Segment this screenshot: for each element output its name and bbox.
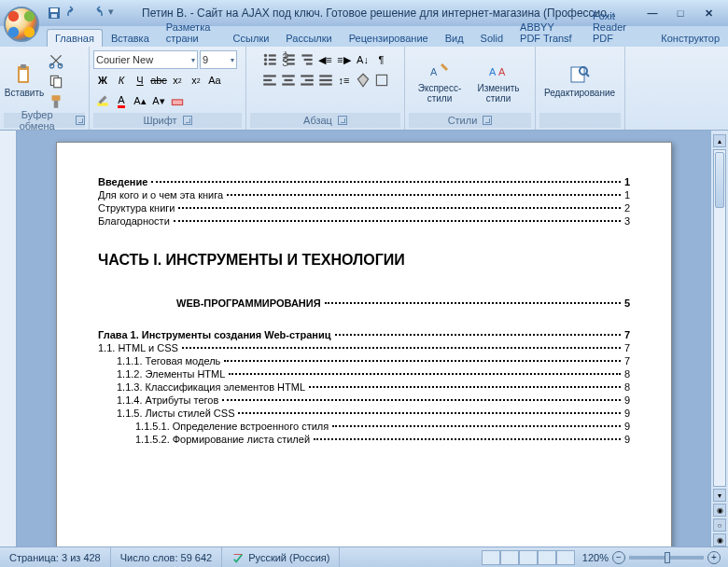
align-left-button[interactable] xyxy=(260,71,279,90)
svg-rect-33 xyxy=(263,75,276,76)
tab-рассылки[interactable]: Рассылки xyxy=(277,29,340,47)
multilevel-button[interactable] xyxy=(298,50,316,69)
tab-abbyy-pdf-transf[interactable]: ABBYY PDF Transf xyxy=(511,18,584,47)
quick-access-toolbar: ▾ xyxy=(47,6,116,21)
show-marks-button[interactable]: ¶ xyxy=(372,50,391,69)
page-indicator[interactable]: Страница: 3 из 428 xyxy=(0,547,111,567)
bullets-button[interactable] xyxy=(260,50,279,69)
subscript-button[interactable]: x2 xyxy=(168,71,187,90)
align-right-button[interactable] xyxy=(298,71,316,90)
line-spacing-button[interactable]: ↕≡ xyxy=(335,71,354,90)
toc-line[interactable]: Структура книги2 xyxy=(98,202,630,214)
zoom-handle[interactable] xyxy=(665,552,670,563)
font-size-combo[interactable]: 9▾ xyxy=(200,50,237,69)
tab-главная[interactable]: Главная xyxy=(47,29,103,47)
cut-icon[interactable] xyxy=(47,51,65,70)
toc-line[interactable]: Глава 1. Инструменты создания Web-страни… xyxy=(98,329,630,340)
toc-line[interactable]: Введение1 xyxy=(98,176,630,187)
toc-line[interactable]: 1.1.5. Листы стилей CSS9 xyxy=(98,408,630,419)
strike-button[interactable]: abc xyxy=(149,71,168,90)
increase-indent-button[interactable]: ≡▶ xyxy=(335,50,354,69)
redo-icon[interactable] xyxy=(88,6,103,21)
svg-rect-23 xyxy=(268,62,275,64)
change-styles-button[interactable]: AA Изменить стили xyxy=(472,56,525,106)
sort-button[interactable]: A↓ xyxy=(354,50,372,69)
quick-styles-button[interactable]: A Экспресс-стили xyxy=(409,56,470,106)
shading-button[interactable] xyxy=(354,71,372,90)
toc-line[interactable]: 1.1.5.2. Формирование листа стилей9 xyxy=(98,434,630,445)
web-layout-view[interactable] xyxy=(519,550,538,565)
scroll-up-button[interactable]: ▴ xyxy=(713,134,726,147)
paragraph-launcher[interactable] xyxy=(338,116,347,125)
scroll-thumb[interactable] xyxy=(715,152,724,208)
highlight-button[interactable] xyxy=(93,91,112,110)
maximize-button[interactable]: □ xyxy=(670,6,691,21)
tab-solid[interactable]: Solid xyxy=(472,29,511,47)
toc-line[interactable]: Благодарности3 xyxy=(98,215,630,227)
editing-button[interactable]: Редактирование xyxy=(539,61,620,101)
toc-line[interactable]: 1.1.4. Атрибуты тегов9 xyxy=(98,394,630,406)
tab-вставка[interactable]: Вставка xyxy=(103,29,158,47)
clipboard-launcher[interactable] xyxy=(76,116,85,125)
vertical-scrollbar[interactable]: ▴ ▾ ◉ ○ ◉ xyxy=(711,131,728,546)
word-count[interactable]: Число слов: 59 642 xyxy=(111,547,222,567)
vertical-ruler[interactable] xyxy=(0,131,17,546)
toc-line[interactable]: Для кого и о чем эта книга1 xyxy=(98,189,630,201)
outline-view[interactable] xyxy=(538,550,556,565)
zoom-level[interactable]: 120% xyxy=(582,552,609,563)
tab-foxit-reader-pdf[interactable]: Foxit Reader PDF xyxy=(584,7,652,47)
tab-вид[interactable]: Вид xyxy=(437,29,472,47)
office-button[interactable] xyxy=(4,7,39,42)
italic-button[interactable]: К xyxy=(112,71,131,90)
tab-ссылки[interactable]: Ссылки xyxy=(225,29,278,47)
superscript-button[interactable]: x2 xyxy=(187,71,205,90)
language-indicator[interactable]: Русский (Россия) xyxy=(222,547,340,567)
clear-format-button[interactable] xyxy=(168,91,187,110)
underline-button[interactable]: Ч xyxy=(131,71,149,90)
tab-конструктор[interactable]: Конструктор xyxy=(652,29,728,47)
styles-launcher[interactable] xyxy=(483,116,492,125)
close-button[interactable]: ✕ xyxy=(698,6,719,21)
toc-line[interactable]: 1.1. HTML и CSS7 xyxy=(98,342,630,353)
borders-button[interactable] xyxy=(372,71,391,90)
prev-page-button[interactable]: ◉ xyxy=(713,504,726,517)
save-icon[interactable] xyxy=(47,6,62,21)
shrink-font-button[interactable]: A▾ xyxy=(149,91,168,110)
qat-dropdown-icon[interactable]: ▾ xyxy=(108,6,116,21)
page[interactable]: Введение1Для кого и о чем эта книга1Стру… xyxy=(56,142,672,546)
numbering-button[interactable]: 123 xyxy=(279,50,298,69)
zoom-in-button[interactable]: + xyxy=(707,551,721,564)
bold-button[interactable]: Ж xyxy=(93,71,112,90)
paste-button[interactable]: Вставить xyxy=(4,61,45,101)
copy-icon[interactable] xyxy=(47,72,65,90)
svg-point-0 xyxy=(8,11,19,21)
zoom-slider[interactable] xyxy=(629,556,704,560)
document-scroll[interactable]: Введение1Для кого и о чем эта книга1Стру… xyxy=(17,131,711,546)
decrease-indent-button[interactable]: ◀≡ xyxy=(316,50,335,69)
change-case-button[interactable]: Aa xyxy=(205,71,224,90)
toc-line[interactable]: 1.1.3. Классификация элементов HTML8 xyxy=(98,381,630,393)
zoom-out-button[interactable]: − xyxy=(612,551,625,564)
tab-рецензирование[interactable]: Рецензирование xyxy=(341,29,437,47)
toc-line[interactable]: 1.1.5.1. Определение встроенного стиля9 xyxy=(98,421,630,432)
print-layout-view[interactable] xyxy=(482,550,500,565)
align-center-button[interactable] xyxy=(279,71,298,90)
font-name-combo[interactable]: Courier New▾ xyxy=(93,50,198,69)
fullscreen-view[interactable] xyxy=(500,550,519,565)
toc-line[interactable]: 1.1.1. Теговая модель7 xyxy=(98,355,630,366)
scroll-track[interactable] xyxy=(713,149,726,487)
format-painter-icon[interactable] xyxy=(47,92,65,111)
browse-object-button[interactable]: ○ xyxy=(713,519,726,532)
tab-разметка-страни[interactable]: Разметка страни xyxy=(158,18,225,47)
font-launcher[interactable] xyxy=(183,116,192,125)
next-page-button[interactable]: ◉ xyxy=(713,533,726,546)
svg-rect-41 xyxy=(301,83,314,85)
font-color-button[interactable]: A xyxy=(112,91,131,110)
svg-rect-15 xyxy=(54,100,59,107)
draft-view[interactable] xyxy=(556,550,575,565)
toc-line[interactable]: 1.1.2. Элементы HTML8 xyxy=(98,368,630,380)
justify-button[interactable] xyxy=(316,71,335,90)
scroll-down-button[interactable]: ▾ xyxy=(713,489,726,502)
undo-icon[interactable] xyxy=(67,6,82,21)
grow-font-button[interactable]: A▴ xyxy=(131,91,149,110)
